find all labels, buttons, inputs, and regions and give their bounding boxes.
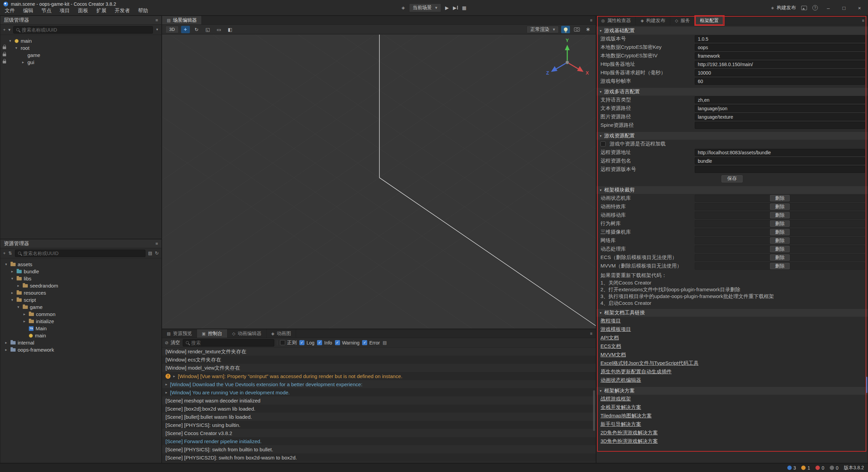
remote-load-checkbox[interactable] [600,141,606,146]
tab-console[interactable]: 控制台 [197,329,227,338]
add-node-button[interactable] [3,27,6,32]
field-input[interactable] [695,105,865,112]
refresh-icon[interactable] [155,251,159,255]
tab-scene-editor[interactable]: 场景编辑器 [162,16,202,24]
asset-item-initialize[interactable]: initialize [0,318,161,325]
field-input[interactable] [695,149,865,156]
maximize-button[interactable] [839,3,849,13]
camera-settings-button[interactable] [572,26,581,33]
section-module-trim[interactable]: 框架模块裁剪 [596,186,868,194]
warning-count[interactable]: 1 [801,465,810,471]
expand-icon[interactable] [22,319,27,323]
doc-link[interactable]: 原生包热更新配置自动生成插件 [600,369,672,375]
minimize-button[interactable] [823,3,833,13]
tab-build-publish[interactable]: 构建发布 [636,16,670,25]
scene-select-dropdown[interactable]: 当前场景 [409,3,441,12]
field-input[interactable] [695,166,865,173]
filter-icon[interactable] [156,28,159,31]
delete-button[interactable]: 删除 [770,237,790,244]
panel-menu-icon[interactable] [155,241,158,246]
log-row[interactable]: [Scene] meshopt wasm decoder initialized [162,396,596,405]
field-input[interactable] [695,157,865,164]
field-input[interactable] [695,35,865,42]
expand-icon[interactable] [173,374,175,378]
lock-icon[interactable] [3,54,6,56]
menu-item-edit[interactable]: 编辑 [19,6,37,15]
menu-item-node[interactable]: 节点 [37,6,56,15]
log-row-info[interactable]: [Window] Download the Vue Devtools exten… [162,380,596,388]
anchor-tool-icon[interactable] [226,26,235,33]
asset-item-libs[interactable]: libs [0,275,161,282]
solution-link[interactable]: 全栈开发解决方案 [600,404,641,411]
build-publish-button[interactable]: 构建发布 [771,5,796,11]
section-resource-config[interactable]: 游戏资源配置 [596,132,868,140]
preview-platform-icon[interactable] [401,5,405,10]
layout-button[interactable] [462,5,466,10]
doc-link[interactable]: MVVM文档 [600,352,626,358]
log-row[interactable]: [Scene] [PHYSICS]: using builtin. [162,421,596,429]
projection-toggle-button[interactable]: 3D [165,26,179,33]
help-icon[interactable] [812,5,818,11]
filter-warning[interactable]: Warning [335,340,360,346]
lock-icon[interactable] [3,61,6,63]
solution-link[interactable]: 新手引导解决方案 [600,421,641,428]
log-row[interactable]: [Scene] [box2d]:box2d wasm lib loaded. [162,405,596,413]
error-count[interactable]: 0 [815,465,824,471]
asset-item-internal[interactable]: internal [0,339,161,346]
panel-menu-icon[interactable] [155,18,158,22]
inspector-scrollbar[interactable] [866,377,867,393]
expand-icon[interactable] [21,60,25,64]
tab-asset-preview[interactable]: 资源预览 [162,329,197,338]
doc-link[interactable]: 游戏模板项目 [600,326,631,333]
expand-icon[interactable] [16,305,21,309]
tab-property-inspector[interactable]: 属性检查器 [596,16,636,25]
delete-button[interactable]: 删除 [770,246,790,252]
panel-menu-icon[interactable] [590,18,592,22]
menu-item-file[interactable]: 文件 [1,6,19,15]
add-node-dropdown-icon[interactable] [8,27,11,32]
console-scrollbar[interactable] [593,390,595,431]
log-row[interactable]: [Window] ecs文件夹存在 [162,356,596,364]
clear-console-button[interactable]: 清空 [165,340,180,346]
expand-icon[interactable] [10,277,15,280]
expand-icon[interactable] [14,46,19,50]
field-input[interactable] [695,78,865,85]
step-button[interactable] [453,5,458,11]
log-row[interactable]: [Window] render_texture文件夹存在 [162,348,596,356]
log-row-warning[interactable]: [Window] [Vue warn]: Property "onInput" … [162,372,596,380]
asset-item-bundle[interactable]: bundle [0,268,161,275]
rotate-tool-icon[interactable] [192,26,201,33]
log-row[interactable]: [Window] model_view文件夹存在 [162,364,596,372]
expand-icon[interactable] [10,291,15,295]
expand-icon[interactable] [8,39,13,43]
expand-icon[interactable] [165,382,167,386]
asset-item-main-ts[interactable]: TS Main [0,325,161,332]
panel-menu-icon[interactable] [590,332,592,336]
expand-icon[interactable] [16,284,21,288]
expand-icon[interactable] [10,270,15,273]
tree-item-main[interactable]: main [0,37,161,44]
regex-checkbox[interactable] [280,340,285,345]
log-file-icon[interactable] [382,340,387,345]
asset-item-seedrandom[interactable]: seedrandom [0,282,161,289]
field-input[interactable] [695,122,865,129]
asset-item-assets[interactable]: assets [0,261,161,268]
menu-item-panel[interactable]: 面板 [74,6,92,15]
tab-animation-editor[interactable]: 动画编辑器 [228,329,267,338]
close-button[interactable] [854,3,865,13]
console-search-input[interactable] [191,340,271,346]
filter-info[interactable]: Info [317,340,332,346]
solution-link[interactable]: Tiledmap地图解决方案 [600,413,652,419]
doc-link[interactable]: Excel格式转Json文件与TypeScript代码工具 [600,360,698,367]
node-count[interactable]: 0 [830,465,839,471]
play-button[interactable] [445,5,449,10]
message-count[interactable]: 3 [787,465,796,471]
field-input[interactable] [695,113,865,120]
expand-icon[interactable] [4,262,8,266]
expand-icon[interactable] [10,298,15,302]
log-row-info[interactable]: [Scene] Forward render pipeline initiali… [162,437,596,445]
asset-item-game[interactable]: game [0,303,161,311]
tree-item-gui[interactable]: gui [0,59,161,66]
render-mode-dropdown[interactable]: 正常渲染 [527,26,559,33]
regex-toggle[interactable]: 正则 [280,340,297,346]
